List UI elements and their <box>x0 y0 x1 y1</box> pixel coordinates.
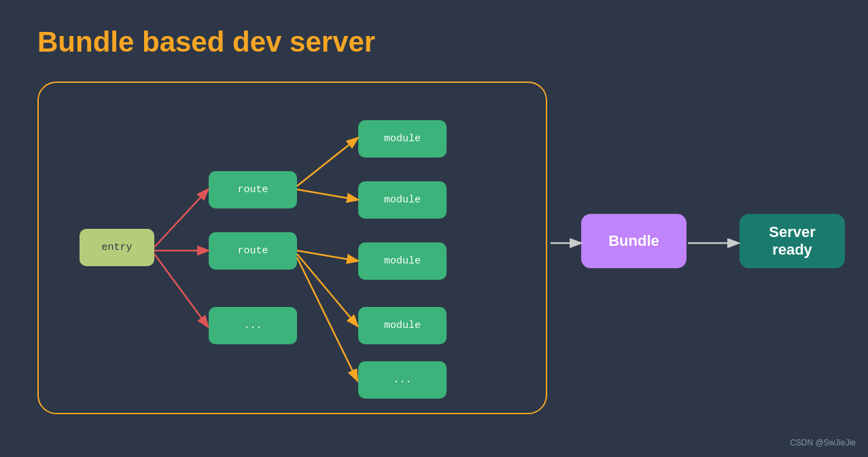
svg-line-7 <box>297 257 357 380</box>
diagram-container: entry route route ... module module modu… <box>37 81 547 414</box>
svg-line-4 <box>297 189 357 200</box>
svg-line-2 <box>154 254 207 326</box>
svg-line-6 <box>297 254 357 325</box>
watermark: CSDN @SwJieJie <box>790 438 856 447</box>
node-bundle: Bundle <box>581 214 687 268</box>
svg-line-3 <box>297 139 357 186</box>
node-server-ready: Serverready <box>740 214 845 268</box>
svg-line-0 <box>154 190 207 247</box>
internal-arrows <box>39 83 549 416</box>
svg-line-5 <box>297 251 357 261</box>
page-title: Bundle based dev server <box>37 26 375 58</box>
